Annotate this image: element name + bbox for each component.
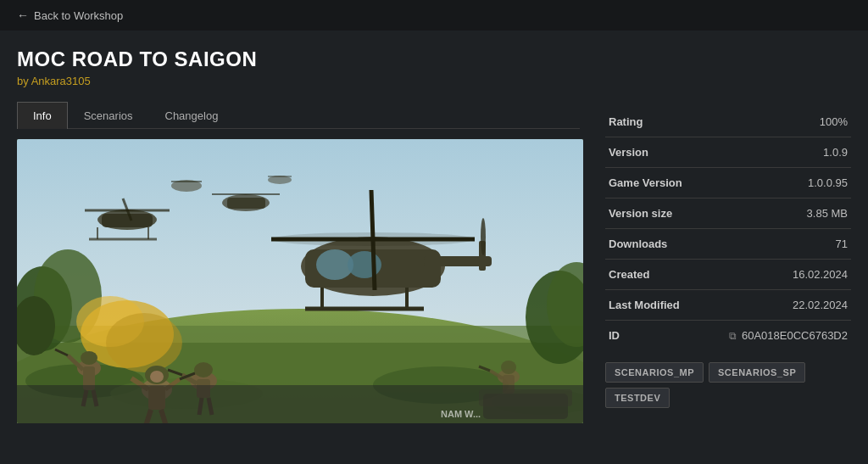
copy-id-icon[interactable]: ⧉ [729,330,737,342]
info-key-id: ID [605,321,726,351]
tabs-bar: Info Scenarios Changelog [17,101,580,129]
info-key-created: Created [605,260,726,290]
info-row-version: Version 1.0.9 [605,137,851,168]
info-val-downloads: 71 [726,229,851,260]
info-row-last-modified: Last Modified 22.02.2024 [605,290,851,321]
top-bar: ← Back to Workshop [0,0,868,31]
back-to-workshop-link[interactable]: ← Back to Workshop [17,8,123,22]
right-panel: Rating 100% Version 1.0.9 Game Version 1… [605,48,851,423]
info-row-id: ID ⧉ 60A018E0CC6763D2 [605,321,851,351]
svg-text:NAM W...: NAM W... [441,409,481,419]
info-key-game-version: Game Version [605,168,726,198]
info-val-version: 1.0.9 [726,137,851,168]
info-row-rating: Rating 100% [605,107,851,137]
info-val-rating: 100% [726,107,851,137]
svg-rect-73 [17,139,583,423]
info-row-game-version: Game Version 1.0.0.95 [605,168,851,198]
tag-scenarios-mp[interactable]: SCENARIOS_MP [605,362,704,383]
mod-image: NAM W... [17,139,583,423]
back-link-label: Back to Workshop [34,9,123,22]
info-table: Rating 100% Version 1.0.9 Game Version 1… [605,107,851,350]
info-row-downloads: Downloads 71 [605,229,851,260]
mod-title: MOC ROAD TO SAIGON [17,48,580,71]
info-row-version-size: Version size 3.85 MB [605,198,851,229]
content-area: MOC ROAD TO SAIGON by Ankara3105 Info Sc… [0,31,868,432]
svg-rect-74 [17,385,583,423]
tab-info[interactable]: Info [17,102,68,129]
tag-testdev[interactable]: TESTDEV [605,388,670,408]
author-prefix: by [17,75,29,87]
info-val-created: 16.02.2024 [726,260,851,290]
info-val-game-version: 1.0.0.95 [726,168,851,198]
info-key-last-modified: Last Modified [605,290,726,321]
tag-scenarios-sp[interactable]: SCENARIOS_SP [709,362,805,383]
info-val-last-modified: 22.02.2024 [726,290,851,321]
left-panel: MOC ROAD TO SAIGON by Ankara3105 Info Sc… [17,48,580,423]
author-name-val: Ankara3105 [31,75,91,87]
back-arrow-icon: ← [17,8,29,22]
info-key-rating: Rating [605,107,726,137]
info-key-version: Version [605,137,726,168]
info-row-created: Created 16.02.2024 [605,260,851,290]
tab-scenarios[interactable]: Scenarios [68,102,149,129]
tab-changelog[interactable]: Changelog [149,102,235,129]
info-key-downloads: Downloads [605,229,726,260]
id-value: 60A018E0CC6763D2 [742,329,848,342]
info-val-id: ⧉ 60A018E0CC6763D2 [726,321,851,351]
info-key-version-size: Version size [605,198,726,229]
info-val-version-size: 3.85 MB [726,198,851,229]
tags-area: SCENARIOS_MP SCENARIOS_SP TESTDEV [605,362,851,408]
mod-author: by Ankara3105 [17,75,580,87]
